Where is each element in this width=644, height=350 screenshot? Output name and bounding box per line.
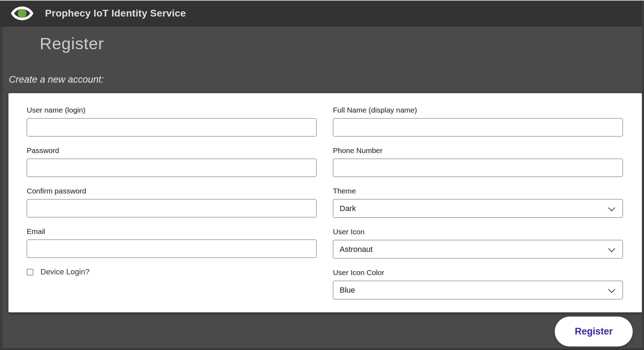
username-label: User name (login) (27, 106, 317, 114)
password-label: Password (27, 146, 317, 155)
user-icon-color-field-group: User Icon Color Blue (333, 268, 623, 299)
phone-field-group: Phone Number (333, 146, 623, 177)
email-field-group: Email (27, 227, 317, 258)
chevron-down-icon (608, 245, 615, 252)
theme-field-group: Theme Dark (333, 186, 623, 218)
full-name-field-group: Full Name (display name) (333, 106, 623, 136)
chevron-down-icon (608, 204, 615, 211)
password-input[interactable] (27, 159, 317, 177)
user-icon-color-label: User Icon Color (333, 268, 623, 277)
theme-label: Theme (333, 186, 623, 195)
phone-label: Phone Number (333, 146, 623, 155)
window-edge-bottom (0, 348, 644, 350)
form-column-right: Full Name (display name) Phone Number Th… (333, 106, 623, 312)
device-login-label: Device Login? (40, 267, 89, 276)
email-label: Email (27, 227, 317, 236)
theme-select[interactable]: Dark (333, 199, 623, 218)
password-field-group: Password (27, 146, 317, 177)
username-input[interactable] (27, 118, 317, 136)
user-icon-label: User Icon (333, 227, 623, 236)
register-form-card: User name (login) Password Confirm passw… (8, 93, 642, 312)
full-name-label: Full Name (display name) (333, 106, 623, 114)
page-subtitle: Create a new account: (9, 74, 104, 85)
user-icon-selected-value: Astronaut (340, 245, 373, 254)
user-icon-select[interactable]: Astronaut (333, 240, 623, 259)
user-icon-color-selected-value: Blue (340, 286, 355, 295)
email-input[interactable] (27, 240, 317, 258)
phone-input[interactable] (333, 159, 623, 177)
window-edge-left (0, 27, 3, 350)
window-edge-right (642, 1, 644, 350)
app-header: Prophecy IoT Identity Service (0, 0, 644, 27)
window-edge-top (0, 0, 644, 1)
confirm-password-label: Confirm password (27, 186, 317, 195)
theme-selected-value: Dark (340, 204, 356, 213)
page-title: Register (40, 34, 104, 53)
user-icon-color-select[interactable]: Blue (333, 281, 623, 299)
chevron-down-icon (608, 286, 615, 293)
user-icon-field-group: User Icon Astronaut (333, 227, 623, 259)
register-page: Prophecy IoT Identity Service Register C… (0, 0, 644, 350)
form-column-left: User name (login) Password Confirm passw… (27, 106, 317, 312)
confirm-password-input[interactable] (27, 199, 317, 217)
username-field-group: User name (login) (27, 106, 317, 136)
full-name-input[interactable] (333, 118, 623, 136)
device-login-checkbox[interactable] (27, 269, 33, 275)
register-button[interactable]: Register (555, 317, 633, 346)
confirm-password-field-group: Confirm password (27, 186, 317, 217)
device-login-row: Device Login? (27, 267, 317, 276)
eye-logo-icon (11, 6, 33, 21)
app-title: Prophecy IoT Identity Service (45, 8, 186, 19)
